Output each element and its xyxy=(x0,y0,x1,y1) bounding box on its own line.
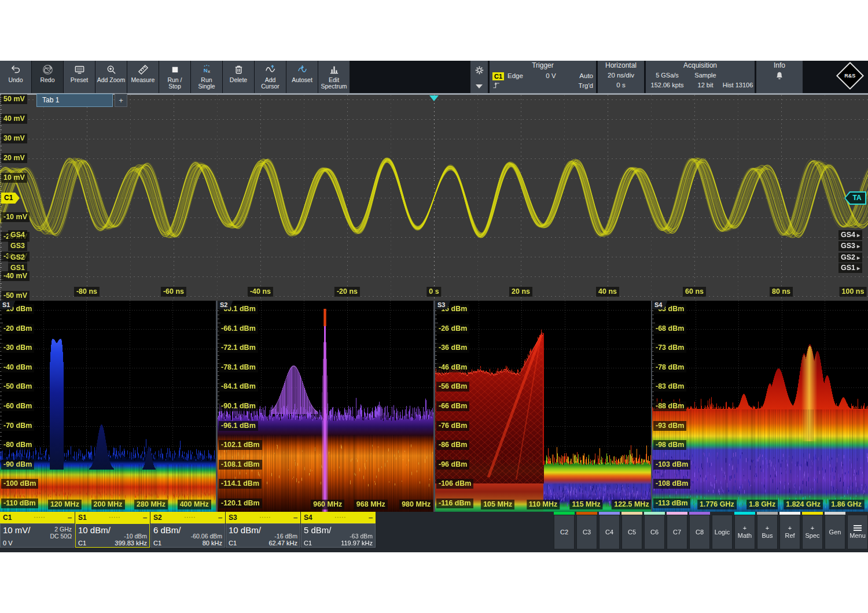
x-axis-label: -20 ns xyxy=(334,287,360,297)
spectrum-panel-s2[interactable]: -60.1 dBm-66.1 dBm-72.1 dBm-78.1 dBm-84.… xyxy=(218,301,433,512)
horizontal-title: Horizontal xyxy=(598,61,644,71)
acquisition-resolution: 12 bit xyxy=(689,80,722,90)
side-button-math[interactable]: +Math xyxy=(734,515,755,549)
hamburger-menu-icon xyxy=(854,525,862,531)
side-button-bus[interactable]: +Bus xyxy=(757,515,778,549)
minimize-button[interactable]: ‒ xyxy=(369,514,373,522)
horizontal-scale: 20 ns/div xyxy=(608,71,634,80)
info-panel[interactable]: Info xyxy=(756,61,803,93)
drag-handle-icon[interactable]: ····· xyxy=(87,515,144,520)
toolbar-button-delete[interactable]: Delete xyxy=(223,61,254,93)
descriptor-body[interactable]: 6 dBm/-60.06 dBmC180 kHz xyxy=(150,523,225,548)
drag-handle-icon[interactable]: ····· xyxy=(237,515,294,520)
toolbar-button-run-single[interactable]: NxRun Single xyxy=(191,61,222,93)
settings-column[interactable] xyxy=(470,61,488,93)
chevron-down-icon[interactable] xyxy=(476,84,483,88)
y-axis-label: -50 mV xyxy=(1,291,30,301)
tab-1[interactable]: Tab 1 xyxy=(36,94,113,107)
side-button-c3[interactable]: C3 xyxy=(576,515,597,549)
descriptor-s4[interactable]: S4·····‒5 dBm/-63 dBmC1119.97 kHz xyxy=(301,512,376,549)
side-button-c5[interactable]: C5 xyxy=(621,515,642,549)
gear-icon[interactable] xyxy=(475,65,484,75)
channel-color-stripe xyxy=(621,512,642,515)
descriptor-scale: 10 dBm/ xyxy=(229,525,261,535)
frequency-axis-label: 1.824 GHz xyxy=(784,500,823,509)
descriptor-s1[interactable]: S1·····‒10 dBm/-10 dBmC1399.83 kHz xyxy=(75,512,150,549)
descriptor-header[interactable]: S4·····‒ xyxy=(301,512,376,523)
trigger-level: 0 V xyxy=(534,71,568,81)
descriptor-header[interactable]: S2·····‒ xyxy=(150,512,225,523)
horizontal-panel[interactable]: Horizontal 20 ns/div 0 s xyxy=(598,61,644,93)
descriptor-body[interactable]: 5 dBm/-63 dBmC1119.97 kHz xyxy=(301,523,376,548)
acquisition-panel[interactable]: Acquisition 5 GSa/s Sample 152.06 kpts 1… xyxy=(646,61,755,93)
side-button-label: C5 xyxy=(628,529,636,536)
descriptor-header[interactable]: S1·····‒ xyxy=(75,512,150,523)
waveform-canvas[interactable] xyxy=(0,95,868,301)
side-button-label: C4 xyxy=(605,529,613,536)
descriptor-body[interactable]: 10 dBm/-16 dBmC162.47 kHz xyxy=(226,523,300,548)
descriptor-info-2: -16 dBm xyxy=(274,533,297,540)
descriptor-value: 62.47 kHz xyxy=(269,540,297,546)
toolbar-button-redo[interactable]: Redo xyxy=(32,61,63,93)
drag-handle-icon[interactable]: ····· xyxy=(12,515,68,520)
descriptor-s2[interactable]: S2·····‒6 dBm/-60.06 dBmC180 kHz xyxy=(150,512,225,549)
toolbar-button-autoset[interactable]: Autoset xyxy=(286,61,318,93)
toolbar-button-measure[interactable]: Measure xyxy=(127,61,159,93)
descriptor-header[interactable]: S3·····‒ xyxy=(226,512,300,523)
gs-label-left: GS3 xyxy=(8,241,27,251)
descriptor-info-2: -63 dBm xyxy=(350,533,373,540)
side-button-gen[interactable]: Gen xyxy=(825,515,845,549)
frequency-axis-label: 115 MHz xyxy=(569,500,602,509)
svg-text:N: N xyxy=(203,67,207,73)
dbm-axis-label: -93 dBm xyxy=(653,421,686,431)
gs-label-right: GS3▸ xyxy=(838,241,862,251)
side-button-ref[interactable]: +Ref xyxy=(779,515,800,549)
side-button-label: Menu xyxy=(849,532,866,539)
spectrum-panel-s3[interactable]: -16 dBm-26 dBm-36 dBm-46 dBm-56 dBm-66 d… xyxy=(435,301,651,512)
spectrum-panel-s1[interactable]: -10 dBm-20 dBm-30 dBm-40 dBm-50 dBm-60 d… xyxy=(0,301,216,512)
side-button-spec[interactable]: +Spec xyxy=(802,515,823,549)
descriptor-c1[interactable]: C1·····‒10 mV/2 GHzDC 50Ω0 V xyxy=(0,512,75,549)
toolbar-button-edit-spectrum[interactable]: Edit Spectrum xyxy=(318,61,350,93)
gs-label-right: GS4▸ xyxy=(838,230,862,240)
add-tab-button[interactable]: + xyxy=(115,94,127,107)
dbm-axis-label: -98 dBm xyxy=(653,440,686,450)
toolbar-button-run-stop[interactable]: Run / Stop xyxy=(159,61,190,93)
descriptor-s3[interactable]: S3·····‒10 dBm/-16 dBmC162.47 kHz xyxy=(226,512,300,549)
side-button-c7[interactable]: C7 xyxy=(667,515,687,549)
side-button-c4[interactable]: C4 xyxy=(599,515,620,549)
drag-handle-icon[interactable]: ····· xyxy=(162,515,219,520)
minimize-button[interactable]: ‒ xyxy=(143,514,147,522)
dbm-axis-label: -50 dBm xyxy=(1,382,34,392)
topbar: UndoRedoPresetAdd ZoomMeasureRun / StopN… xyxy=(0,61,868,93)
side-button-logic[interactable]: Logic xyxy=(712,515,733,549)
side-button-label: C7 xyxy=(673,529,681,536)
descriptor-body[interactable]: 10 mV/2 GHzDC 50Ω0 V xyxy=(0,523,75,548)
dbm-axis-label: -108 dBm xyxy=(653,479,690,489)
trigger-position-marker[interactable] xyxy=(429,95,439,101)
minimize-button[interactable]: ‒ xyxy=(68,514,72,522)
drag-handle-icon[interactable]: ····· xyxy=(312,515,369,520)
run-single-icon: Nx xyxy=(201,63,212,76)
descriptor-header[interactable]: C1·····‒ xyxy=(0,512,75,523)
toolbar-button-label: Redo xyxy=(40,77,54,83)
minimize-button[interactable]: ‒ xyxy=(293,514,297,522)
side-button-c2[interactable]: C2 xyxy=(554,515,575,549)
bell-icon[interactable] xyxy=(774,71,785,81)
spectrum-panel-s4[interactable]: -63 dBm-68 dBm-73 dBm-78 dBm-83 dBm-88 d… xyxy=(652,301,868,512)
trigger-panel[interactable]: Trigger C1 Edge 0 V Auto Trg'd xyxy=(490,61,596,93)
toolbar-button-add-zoom[interactable]: Add Zoom xyxy=(95,61,127,93)
waveform-display[interactable]: Tab 1 + C1 TA 50 mV40 mV30 mV20 mV10 mV-… xyxy=(0,95,868,301)
descriptor-body[interactable]: 10 dBm/-10 dBmC1399.83 kHz xyxy=(75,523,150,548)
side-button-menu[interactable]: Menu xyxy=(847,515,868,549)
side-button-c6[interactable]: C6 xyxy=(644,515,665,549)
toolbar-button-preset[interactable]: Preset xyxy=(64,61,95,93)
toolbar-button-add-cursor[interactable]: Add Cursor xyxy=(255,61,286,93)
minimize-button[interactable]: ‒ xyxy=(218,514,222,522)
side-button-label: C2 xyxy=(560,529,568,536)
autoset-icon xyxy=(297,63,308,76)
x-axis-label: -40 ns xyxy=(248,287,273,297)
toolbar-button-undo[interactable]: Undo xyxy=(0,61,31,93)
side-button-c8[interactable]: C8 xyxy=(689,515,710,549)
frequency-axis-label: 120 MHz xyxy=(48,500,82,509)
